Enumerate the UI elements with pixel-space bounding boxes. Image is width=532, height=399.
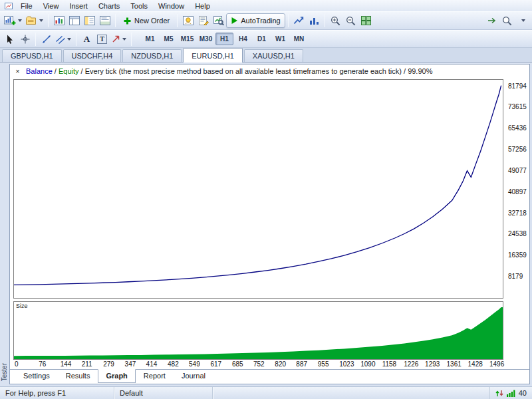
timeframe-button-d1[interactable]: D1 <box>253 33 271 45</box>
menu-item-charts[interactable]: Charts <box>93 1 125 11</box>
new-order-plus-icon <box>123 17 132 25</box>
crosshair-button[interactable] <box>17 32 33 47</box>
trendline-button[interactable] <box>39 32 54 47</box>
chart-shift-button[interactable] <box>484 13 499 28</box>
expert-advisors-button[interactable] <box>180 13 196 28</box>
toolbar-divider <box>288 14 289 27</box>
new-order-button[interactable]: New Order <box>118 13 174 28</box>
text-label-button[interactable]: T <box>94 32 110 47</box>
cursor-button[interactable] <box>2 32 17 47</box>
tester-tab-journal[interactable]: Journal <box>174 369 213 383</box>
terminal-button[interactable] <box>97 13 112 28</box>
toolbar-divider <box>325 14 325 27</box>
market-watch-button[interactable] <box>51 13 66 28</box>
size-chart-svg <box>14 302 503 359</box>
menu-item-insert[interactable]: Insert <box>64 1 93 11</box>
caret-down-icon <box>39 19 43 22</box>
zoom-out-button[interactable] <box>343 13 358 28</box>
menu-item-window[interactable]: Window <box>153 1 190 11</box>
text-t-icon: T <box>97 35 107 44</box>
metaeditor-button[interactable] <box>196 13 211 28</box>
trendline-icon <box>42 35 51 44</box>
tester-tab-settings[interactable]: Settings <box>15 369 58 383</box>
tester-header: × Balance / Equity / Every tick (the mos… <box>10 65 529 78</box>
toolbar-divider <box>35 33 36 46</box>
timeframe-button-w1[interactable]: W1 <box>271 33 289 45</box>
menu-item-help[interactable]: Help <box>190 1 215 11</box>
terminal-icon <box>100 16 110 25</box>
timeframe-button-h4[interactable]: H4 <box>234 33 252 45</box>
tester-tab-report[interactable]: Report <box>136 369 174 383</box>
x-tick-label: 617 <box>210 360 221 368</box>
timeframe-button-mn[interactable]: MN <box>290 33 308 45</box>
profiles-button[interactable] <box>24 13 45 28</box>
timeframe-button-m30[interactable]: M30 <box>197 33 215 45</box>
new-chart-button[interactable] <box>2 13 24 28</box>
metaeditor-icon <box>198 16 209 25</box>
timeframe-button-m1[interactable]: M1 <box>141 33 159 45</box>
menu-item-file[interactable]: File <box>15 1 38 11</box>
menu-item-view[interactable]: View <box>38 1 65 11</box>
zoom-in-button[interactable] <box>328 13 343 28</box>
tile-windows-icon <box>361 16 371 25</box>
x-tick-label: 955 <box>318 360 329 368</box>
tester-tab-graph[interactable]: Graph <box>98 369 135 383</box>
arrows-button[interactable] <box>110 32 128 47</box>
size-chart: Size <box>13 301 503 360</box>
timeframe-button-m5[interactable]: M5 <box>160 33 178 45</box>
market-watch-icon <box>54 16 65 25</box>
strategy-tester-icon <box>213 16 224 25</box>
status-filler <box>213 387 489 399</box>
new-order-label: New Order <box>134 17 170 25</box>
x-tick-label: 685 <box>232 360 243 368</box>
caret-down-icon <box>67 38 71 41</box>
tester-tab-bar: Settings Results Graph Report Journal <box>10 369 529 384</box>
toolbar-options-button[interactable] <box>515 13 530 28</box>
x-tick-label: 752 <box>253 360 265 368</box>
indicator-line-icon <box>293 16 304 25</box>
chart-tab-usdchf-h4[interactable]: USDCHF,H4 <box>63 49 122 62</box>
tester-caption-bar: Tester <box>0 64 9 384</box>
y-tick-label: 8179 <box>508 273 523 280</box>
balance-chart <box>13 79 503 299</box>
text-button[interactable]: A <box>79 32 94 47</box>
strategy-tester-button[interactable] <box>211 13 226 28</box>
x-axis-labels: 0761442112793474144825496176857528208879… <box>13 360 503 368</box>
chart-tab-bar: GBPUSD,H1 USDCHF,H4 NZDUSD,H1 EURUSD,H1 … <box>0 48 532 63</box>
data-window-button[interactable] <box>66 13 82 28</box>
tile-windows-button[interactable] <box>358 13 374 28</box>
y-tick-label: 57256 <box>508 146 527 153</box>
chart-tab-xauusd-h1[interactable]: XAUUSD,H1 <box>244 49 303 62</box>
zoom-out-icon <box>346 16 356 26</box>
traffic-arrows-icon <box>495 390 503 397</box>
arrow-object-icon <box>112 35 120 43</box>
tester-header-text: Balance / Equity / Every tick (the most … <box>26 67 432 75</box>
timeframe-button-m15[interactable]: M15 <box>178 33 196 45</box>
chart-tab-eurusd-h1[interactable]: EURUSD,H1 <box>183 48 243 63</box>
channels-button[interactable] <box>54 32 73 47</box>
status-help-text: For Help, press F1 <box>0 387 114 399</box>
y-tick-label: 32718 <box>508 209 527 217</box>
tester-tab-results[interactable]: Results <box>58 369 98 383</box>
cursor-icon <box>6 35 14 44</box>
x-tick-label: 144 <box>61 360 72 368</box>
chart-tab-gbpusd-h1[interactable]: GBPUSD,H1 <box>2 49 62 62</box>
x-tick-label: 549 <box>189 360 200 368</box>
equity-label: Equity <box>59 67 79 75</box>
navigator-button[interactable] <box>82 13 97 28</box>
menu-item-tools[interactable]: Tools <box>125 1 153 11</box>
x-tick-label: 414 <box>146 360 158 368</box>
toolbar-divider <box>115 14 116 27</box>
status-profile[interactable]: Default <box>114 387 213 399</box>
autotrading-button[interactable]: AutoTrading <box>226 13 285 28</box>
period-converter-button[interactable] <box>307 13 322 28</box>
magnifier-button[interactable] <box>499 13 515 28</box>
caret-down-icon <box>521 19 525 22</box>
menu-bar: File View Insert Charts Tools Window Hel… <box>0 0 532 11</box>
close-tester-button[interactable]: × <box>13 66 23 76</box>
indicator-list-button[interactable] <box>291 13 307 28</box>
channel-icon <box>56 35 65 44</box>
balance-label: Balance <box>26 67 53 75</box>
timeframe-button-h1[interactable]: H1 <box>215 33 233 45</box>
chart-tab-nzdusd-h1[interactable]: NZDUSD,H1 <box>122 49 182 62</box>
